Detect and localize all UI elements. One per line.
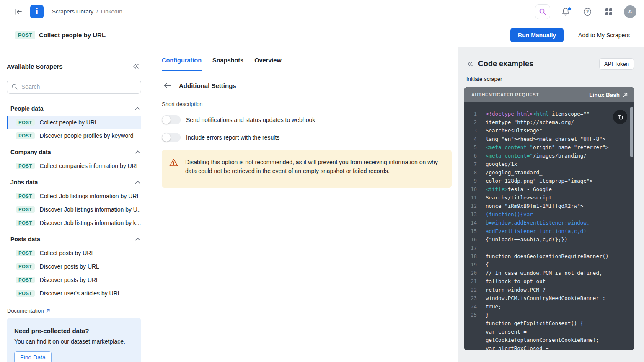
method-badge: POST (16, 163, 35, 169)
code-line: var alertBoxClosed = (464, 344, 634, 350)
tab-snapshots[interactable]: Snapshots (212, 57, 243, 71)
panel-collapse-icon[interactable] (466, 60, 474, 67)
back-button[interactable] (162, 80, 173, 90)
scraper-list-item[interactable]: POSTDiscover user's articles by URL (7, 287, 141, 300)
code-example-card: AUTHENTICATED REQUEST Linux Bash 1<!doct… (464, 87, 634, 350)
line-number (464, 328, 477, 336)
section-header-company-data[interactable]: Company data (7, 148, 141, 156)
toggle-knob (162, 133, 171, 142)
line-number: 25 (464, 311, 477, 319)
scraper-list-item[interactable]: POSTDiscover posts by URL (7, 273, 141, 287)
authenticated-request-label: AUTHENTICATED REQUEST (471, 92, 539, 97)
section-title: Additional Settings (179, 82, 236, 89)
scraper-item-label: Discover posts by URL (40, 277, 99, 283)
code-line: getCookie(optanonConsentCookieName); (464, 336, 634, 344)
line-number (464, 319, 477, 328)
sidebar-title: Available Scrapers (7, 63, 63, 70)
find-data-button[interactable]: Find Data (14, 351, 52, 362)
code-line: 14b=window.addEventListener;window. (464, 219, 634, 227)
code-token: tesla - Google (508, 186, 552, 192)
code-line: 2itemtype="http://schema.org/ (464, 118, 634, 127)
help-button[interactable]: ? (581, 5, 594, 18)
method-badge: POST (15, 31, 35, 39)
chevron-up-icon (135, 150, 140, 154)
code-line: var consent = (464, 328, 634, 336)
code-token: function doesGeolocationRequireBanner() (486, 253, 609, 259)
section-label: Company data (10, 149, 51, 155)
scraper-list-item[interactable]: POSTDiscover Job listings information by… (7, 203, 141, 216)
line-content: true; (477, 303, 502, 311)
scraper-list-item[interactable]: POSTDiscover people profiles by keyword (7, 129, 141, 142)
line-content: /googleg_standard_ (477, 168, 542, 177)
global-search-button[interactable] (535, 4, 550, 19)
scraper-list-item[interactable]: POSTDiscover Job listings information by… (7, 216, 141, 230)
errors-report-toggle[interactable] (162, 133, 181, 142)
language-label: Linux Bash (589, 92, 620, 98)
warning-banner: Disabling this option is not recommended… (162, 150, 452, 188)
add-to-my-scrapers-button[interactable]: Add to My Scrapers (574, 28, 634, 42)
scraper-item-label: Discover posts by URL (40, 263, 99, 270)
line-content: return window.PCM ? (477, 286, 546, 294)
tab-overview[interactable]: Overview (254, 57, 282, 71)
line-number (464, 344, 477, 350)
code-card-header: AUTHENTICATED REQUEST Linux Bash (464, 87, 634, 102)
section-header-jobs-data[interactable]: Jobs data (7, 178, 141, 186)
webhook-toggle[interactable] (162, 115, 181, 124)
method-badge: POST (16, 220, 35, 226)
line-number: 6 (464, 152, 477, 160)
line-content: function doesGeolocationRequireBanner() (477, 252, 609, 261)
search-input[interactable] (21, 83, 137, 90)
code-token: window.PCM.isCountryNeedCookieBanner : (486, 295, 605, 301)
notifications-button[interactable] (559, 5, 572, 18)
scraper-subheader: POST Collect people by URL Run Manually … (0, 23, 644, 47)
api-token-button[interactable]: API Token (599, 58, 634, 70)
collapse-nav-icon[interactable] (13, 6, 24, 18)
apps-grid-button[interactable] (603, 6, 615, 18)
chevron-up-icon (135, 181, 140, 184)
scraper-list-item[interactable]: POSTCollect Job listings information by … (7, 189, 141, 203)
line-content: getCookie(optanonConsentCookieName); (477, 336, 599, 344)
sidebar-collapse-icon[interactable] (131, 62, 141, 71)
method-badge: POST (16, 206, 35, 213)
line-number: 2 (464, 118, 477, 127)
code-line: 13(function(){var (464, 210, 634, 219)
copy-code-button[interactable] (613, 110, 627, 124)
breadcrumb-current: LinkedIn (101, 8, 122, 15)
method-badge: POST (16, 132, 35, 139)
method-badge: POST (16, 290, 35, 297)
scraper-list-item[interactable]: POSTCollect people by URL (7, 116, 141, 129)
tab-bar: Configuration Snapshots Overview (149, 47, 458, 71)
tab-configuration[interactable]: Configuration (162, 57, 202, 71)
line-content: function getExplicitConsent() { (477, 319, 583, 328)
code-scrollbar-thumb[interactable] (630, 107, 633, 157)
section-header-people-data[interactable]: People data (7, 105, 141, 112)
breadcrumb-root[interactable]: Scrapers Library (52, 8, 93, 15)
divider (569, 29, 569, 41)
code-line: 23window.PCM.isCountryNeedCookieBanner : (464, 294, 634, 303)
code-line: 25} (464, 311, 634, 319)
section-header-posts-data[interactable]: Posts data (7, 235, 141, 243)
panel-title: Code examples (478, 59, 533, 68)
scraper-list-item[interactable]: POSTCollect posts by URL (7, 246, 141, 260)
code-line: 18function doesGeolocationRequireBanner(… (464, 252, 634, 261)
scraper-search[interactable] (7, 80, 141, 94)
language-selector-button[interactable]: Linux Bash (589, 92, 628, 98)
documentation-link[interactable]: Documentation (7, 308, 50, 314)
scraper-list-item[interactable]: POSTCollect companies information by URL (7, 159, 141, 173)
code-token: true; (486, 303, 502, 310)
code-line: 6<meta content="/images/branding/ (464, 152, 634, 160)
code-token: <meta content=" (486, 153, 533, 159)
code-token: <html (533, 111, 549, 117)
line-number: 9 (464, 177, 477, 185)
code-token: return window.PCM ? (486, 287, 546, 293)
code-token: <title> (486, 186, 508, 192)
line-number: 13 (464, 210, 477, 219)
user-avatar[interactable]: A (624, 5, 636, 18)
run-manually-button[interactable]: Run Manually (510, 28, 564, 42)
webhook-toggle-row: Send notifications and status updates to… (162, 114, 445, 125)
webhook-toggle-label: Send notifications and status updates to… (186, 116, 315, 123)
grid-icon (605, 8, 613, 16)
line-number: 3 (464, 127, 477, 135)
line-content: <title>tesla - Google (477, 185, 552, 194)
scraper-list-item[interactable]: POSTDiscover posts by URL (7, 260, 141, 273)
